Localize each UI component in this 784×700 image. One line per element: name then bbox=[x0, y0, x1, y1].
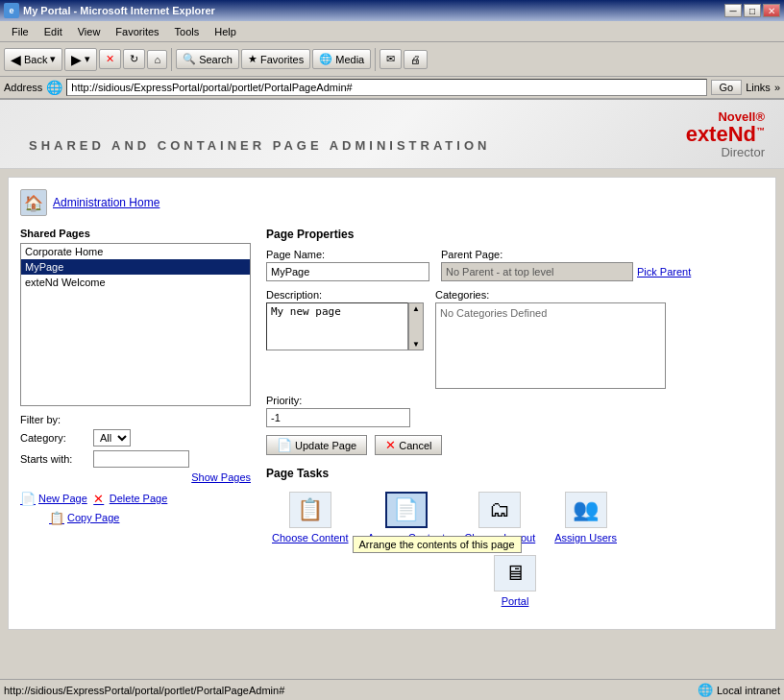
forward-dropdown-icon[interactable]: ▾ bbox=[85, 53, 90, 65]
maximize-button[interactable]: □ bbox=[744, 4, 761, 17]
filter-section: Filter by: Category: All Starts with: Sh… bbox=[20, 414, 251, 483]
page-name-label: Page Name: bbox=[266, 249, 429, 260]
parent-page-group: Parent Page: Pick Parent bbox=[441, 249, 691, 289]
search-button[interactable]: 🔍 Search bbox=[176, 49, 239, 69]
list-item[interactable]: MyPage bbox=[21, 259, 250, 275]
menu-view[interactable]: View bbox=[70, 24, 109, 39]
description-group: Description: My new page ▲ ▼ bbox=[266, 289, 424, 389]
category-filter-select[interactable]: All bbox=[93, 429, 131, 447]
arrange-content-label: Arrange Content bbox=[368, 532, 446, 543]
assign-users-label: Assign Users bbox=[554, 532, 617, 543]
back-dropdown-icon[interactable]: ▾ bbox=[50, 53, 56, 65]
update-page-label: Update Page bbox=[295, 440, 356, 451]
back-icon: ◀ bbox=[11, 52, 21, 67]
admin-home-icon: 🏠 bbox=[20, 189, 47, 216]
print-button[interactable]: 🖨 bbox=[404, 50, 428, 69]
links-label: Links bbox=[746, 82, 771, 93]
show-pages-link[interactable]: Show Pages bbox=[20, 471, 251, 483]
menu-bar: File Edit View Favorites Tools Help bbox=[0, 21, 784, 42]
print-icon: 🖨 bbox=[410, 54, 421, 65]
cancel-icon: ✕ bbox=[385, 438, 396, 452]
toolbar-separator-2 bbox=[375, 48, 376, 71]
menu-file[interactable]: File bbox=[4, 24, 37, 39]
address-input[interactable] bbox=[66, 79, 706, 96]
two-column-layout: Shared Pages Corporate Home MyPage exteN… bbox=[20, 228, 764, 611]
status-url: http://sidious/ExpressPortal/portal/port… bbox=[4, 685, 284, 696]
stop-button[interactable]: ✕ bbox=[99, 49, 121, 69]
description-textarea[interactable]: My new page bbox=[266, 302, 408, 350]
links-arrow-icon: » bbox=[774, 82, 780, 93]
admin-home-section: 🏠 Administration Home bbox=[20, 189, 764, 216]
list-item[interactable]: Corporate Home bbox=[21, 244, 250, 259]
parent-page-label: Parent Page: bbox=[441, 249, 691, 260]
choose-layout-task[interactable]: 🗂 Choose Layout bbox=[458, 488, 541, 547]
portal-label: Portal bbox=[502, 595, 529, 607]
mail-icon: ✉ bbox=[386, 53, 395, 65]
choose-content-label: Choose Content bbox=[272, 532, 349, 543]
arrange-content-icon: 📄 bbox=[385, 492, 428, 528]
page-name-form-group: Page Name: bbox=[266, 249, 429, 281]
choose-content-task[interactable]: 📋 Choose Content bbox=[266, 488, 355, 547]
priority-input[interactable] bbox=[266, 408, 410, 427]
minimize-button[interactable]: ─ bbox=[724, 4, 742, 17]
page-name-input[interactable] bbox=[266, 262, 429, 281]
forward-button[interactable]: ▶ ▾ bbox=[64, 48, 97, 71]
favorites-label: Favorites bbox=[260, 54, 304, 65]
copy-page-link[interactable]: 📋 Copy Page bbox=[49, 510, 251, 525]
go-button[interactable]: Go bbox=[711, 80, 743, 95]
starts-with-filter-row: Starts with: bbox=[20, 450, 251, 468]
page-properties-title: Page Properties bbox=[266, 228, 764, 241]
menu-tools[interactable]: Tools bbox=[167, 24, 208, 39]
parent-page-input bbox=[441, 262, 633, 281]
list-item[interactable]: exteNd Welcome bbox=[21, 275, 250, 290]
delete-page-link[interactable]: ✕ Delete Page bbox=[91, 491, 168, 506]
choose-layout-icon: 🗂 bbox=[478, 492, 521, 528]
categories-label: Categories: bbox=[435, 289, 666, 301]
menu-favorites[interactable]: Favorites bbox=[108, 24, 166, 39]
stop-icon: ✕ bbox=[106, 53, 114, 65]
properties-top-row: Page Name: Parent Page: Pick Parent bbox=[266, 249, 764, 289]
back-button[interactable]: ◀ Back ▾ bbox=[4, 48, 62, 71]
arrange-content-task[interactable]: 📄 Arrange Content Arrange the contents o… bbox=[362, 488, 452, 547]
no-categories-text: No Categories Defined bbox=[440, 307, 547, 319]
filter-by-label: Filter by: bbox=[20, 414, 61, 425]
scroll-down-icon[interactable]: ▼ bbox=[411, 339, 421, 350]
menu-help[interactable]: Help bbox=[207, 24, 244, 39]
address-icon: 🌐 bbox=[46, 80, 62, 95]
novell-logo: Novell® exteNd™ Director bbox=[686, 109, 765, 159]
extend-brand-text: exteNd™ bbox=[686, 124, 765, 145]
update-page-button[interactable]: 📄 Update Page bbox=[266, 435, 367, 455]
close-button[interactable]: ✕ bbox=[763, 4, 780, 17]
status-zone: 🌐 Local intranet bbox=[698, 683, 780, 697]
new-page-link[interactable]: 📄 New Page bbox=[20, 491, 87, 506]
shared-pages-listbox[interactable]: Corporate Home MyPage exteNd Welcome bbox=[20, 243, 251, 406]
menu-edit[interactable]: Edit bbox=[37, 24, 70, 39]
status-bar: http://sidious/ExpressPortal/portal/port… bbox=[0, 679, 784, 700]
portal-task[interactable]: 🖥 Portal bbox=[488, 551, 542, 611]
home-button[interactable]: ⌂ bbox=[147, 50, 167, 69]
starts-with-input[interactable] bbox=[93, 450, 189, 468]
media-label: Media bbox=[335, 54, 364, 65]
priority-form-group: Priority: bbox=[266, 395, 764, 427]
portal-header: SHARED AND CONTAINER PAGE ADMINISTRATION… bbox=[0, 100, 784, 169]
cancel-label: Cancel bbox=[399, 440, 431, 451]
portal-header-title: SHARED AND CONTAINER PAGE ADMINISTRATION bbox=[29, 138, 490, 153]
media-button[interactable]: 🌐 Media bbox=[312, 49, 371, 69]
assign-users-task[interactable]: 👥 Assign Users bbox=[549, 488, 623, 547]
pick-parent-link[interactable]: Pick Parent bbox=[637, 266, 691, 278]
favorites-button[interactable]: ★ Favorites bbox=[241, 49, 310, 69]
page-action-links: 📄 New Page ✕ Delete Page bbox=[20, 491, 251, 506]
cancel-button[interactable]: ✕ Cancel bbox=[375, 435, 442, 455]
admin-home-link[interactable]: Administration Home bbox=[53, 196, 159, 209]
mail-button[interactable]: ✉ bbox=[380, 49, 402, 69]
back-label: Back bbox=[24, 54, 47, 65]
refresh-button[interactable]: ↻ bbox=[123, 49, 145, 69]
scroll-up-icon[interactable]: ▲ bbox=[411, 303, 421, 314]
description-scrollbar: ▲ ▼ bbox=[408, 302, 424, 350]
window-controls: ─ □ ✕ bbox=[724, 4, 780, 17]
new-page-label: New Page bbox=[38, 493, 87, 504]
copy-page-icon: 📋 bbox=[49, 510, 64, 525]
page-name-group: Page Name: bbox=[266, 249, 429, 289]
properties-middle-row: Description: My new page ▲ ▼ Categories: bbox=[266, 289, 764, 389]
media-icon: 🌐 bbox=[319, 53, 332, 65]
